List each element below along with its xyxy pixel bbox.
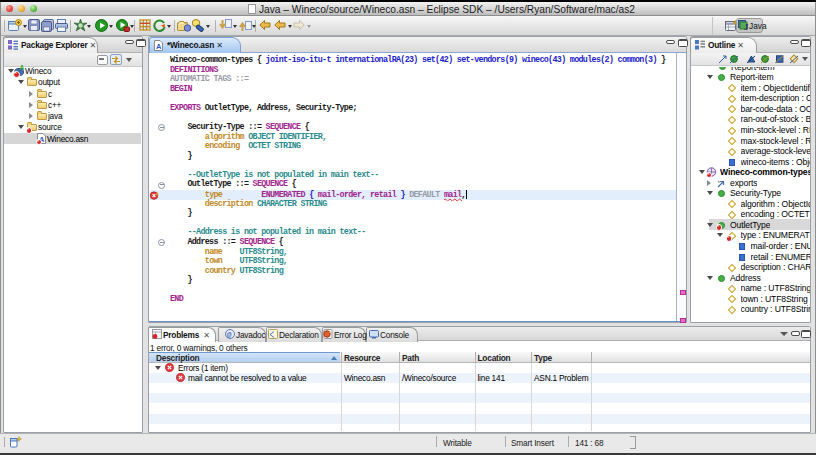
svg-text:A: A (20, 65, 25, 71)
svg-text:@: @ (227, 330, 232, 339)
svg-text:A: A (156, 41, 162, 50)
